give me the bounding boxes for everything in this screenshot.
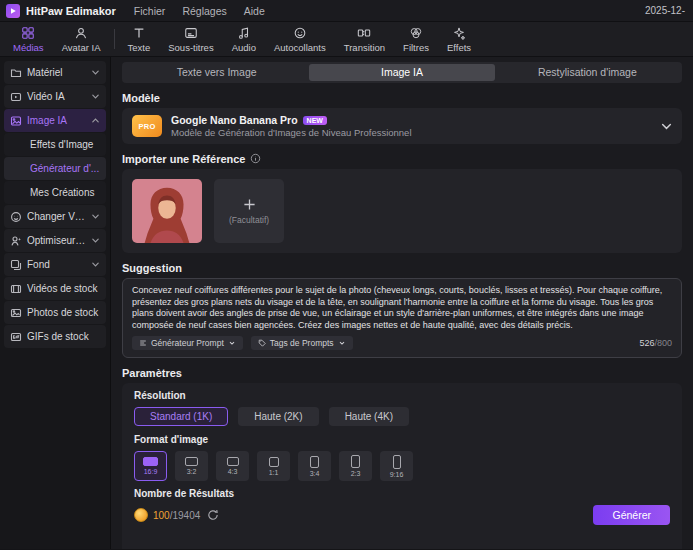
model-description: Modèle de Génération d'Images de Niveau … bbox=[171, 127, 412, 138]
sidebar-item-photos-stock[interactable]: Photos de stock bbox=[4, 301, 106, 324]
toolbar-audio[interactable]: Audio bbox=[223, 22, 265, 56]
toolbar-label: Médias bbox=[13, 42, 44, 53]
toolbar-sous-titres[interactable]: Sous-titres bbox=[159, 22, 222, 56]
toolbar-texte[interactable]: Texte bbox=[119, 22, 160, 56]
video-icon bbox=[10, 91, 22, 103]
toolbar-label: Sous-titres bbox=[168, 42, 213, 53]
info-icon[interactable] bbox=[250, 153, 261, 164]
sidebar-item-label: Vidéo IA bbox=[27, 91, 86, 102]
sidebar-item-changer-visage[interactable]: Changer Visa... bbox=[4, 205, 106, 228]
tab-restylisation[interactable]: Restylisation d'image bbox=[495, 64, 680, 81]
sidebar-item-video-ia[interactable]: Vidéo IA bbox=[4, 85, 106, 108]
sidebar-item-image-ia[interactable]: Image IA bbox=[4, 109, 106, 132]
filters-icon bbox=[409, 26, 423, 40]
sidebar-item-mes-creations[interactable]: Mes Créations bbox=[4, 181, 106, 204]
ratio-4-3-icon bbox=[227, 457, 239, 466]
sidebar-item-optimiseur-visage[interactable]: Optimiseur Vi... bbox=[4, 229, 106, 252]
sidebar-item-label: Optimiseur Vi... bbox=[27, 235, 86, 246]
sidebar-item-label: Générateur d'... bbox=[30, 163, 100, 174]
content: Matériel Vidéo IA Image IA Effets d'Imag… bbox=[0, 57, 693, 549]
format-3-4[interactable]: 3:4 bbox=[298, 451, 331, 481]
resolution-label: Résolution bbox=[134, 390, 670, 402]
effects-icon bbox=[452, 26, 466, 40]
sidebar-item-videos-stock[interactable]: Vidéos de stock bbox=[4, 277, 106, 300]
sidebar-item-gifs-stock[interactable]: GIFs de stock bbox=[4, 325, 106, 348]
chevron-down-icon[interactable] bbox=[661, 121, 672, 132]
resolution-haute-4k[interactable]: Haute (4K) bbox=[329, 407, 409, 426]
folder-icon bbox=[10, 67, 22, 79]
generate-button[interactable]: Générer bbox=[593, 505, 670, 525]
model-pro-icon: PRO bbox=[132, 115, 162, 137]
sidebar-item-materiel[interactable]: Matériel bbox=[4, 61, 106, 84]
credits-counter: 100/19404 bbox=[153, 510, 200, 521]
sticker-icon bbox=[293, 26, 307, 40]
background-icon bbox=[10, 259, 22, 271]
toolbar-label: Filtres bbox=[403, 42, 429, 53]
sidebar-item-label: Vidéos de stock bbox=[27, 283, 100, 294]
ratio-1-1-icon bbox=[269, 457, 279, 467]
add-reference-button[interactable]: (Facultatif) bbox=[214, 179, 284, 243]
reference-thumbnail[interactable] bbox=[132, 179, 202, 243]
parameters-section-label-text: Paramètres bbox=[122, 367, 182, 379]
media-grid-icon bbox=[21, 26, 35, 40]
menu-reglages[interactable]: Réglages bbox=[182, 5, 226, 17]
format-1-1[interactable]: 1:1 bbox=[257, 451, 290, 481]
chevron-down-icon bbox=[91, 260, 100, 269]
toolbar-label: Transition bbox=[344, 42, 385, 53]
format-options: 16:9 3:2 4:3 1:1 bbox=[134, 451, 670, 481]
credits-total: /19404 bbox=[170, 510, 201, 521]
toolbar-divider bbox=[114, 29, 115, 49]
format-label-text: 3:2 bbox=[187, 468, 197, 475]
sidebar-item-label: Image IA bbox=[27, 115, 86, 126]
format-2-3[interactable]: 2:3 bbox=[339, 451, 372, 481]
toolbar-effets[interactable]: Effets bbox=[438, 22, 480, 56]
prompt-textarea[interactable]: Concevez neuf coiffures différentes pour… bbox=[132, 285, 672, 331]
reference-portrait-image bbox=[132, 179, 202, 243]
sidebar-item-label: Matériel bbox=[27, 67, 86, 78]
subtitles-icon bbox=[184, 26, 198, 40]
tab-image-ia[interactable]: Image IA bbox=[309, 64, 494, 81]
credit-coin-icon bbox=[134, 508, 148, 522]
date-display: 2025-12- bbox=[645, 5, 685, 16]
chevron-down-icon bbox=[91, 68, 100, 77]
stock-photo-icon bbox=[10, 307, 22, 319]
results-label: Nombre de Résultats bbox=[134, 488, 670, 500]
chevron-down-icon bbox=[91, 236, 100, 245]
tab-texte-vers-image[interactable]: Texte vers Image bbox=[124, 64, 309, 81]
toolbar-transition[interactable]: Transition bbox=[335, 22, 394, 56]
mode-tabs: Texte vers Image Image IA Restylisation … bbox=[122, 62, 682, 83]
sidebar-item-label: Fond bbox=[27, 259, 86, 270]
format-4-3[interactable]: 4:3 bbox=[216, 451, 249, 481]
parameters-section-label: Paramètres bbox=[122, 366, 682, 379]
toolbar-avatar-ia[interactable]: Avatar IA bbox=[53, 22, 110, 56]
format-16-9[interactable]: 16:9 bbox=[134, 451, 167, 481]
menu-aide[interactable]: Aide bbox=[244, 5, 265, 17]
refresh-icon[interactable] bbox=[207, 509, 219, 521]
toolbar-label: Audio bbox=[232, 42, 256, 53]
format-9-16[interactable]: 9:16 bbox=[380, 451, 413, 481]
format-label-text: 3:4 bbox=[310, 470, 320, 477]
resolution-standard-1k[interactable]: Standard (1K) bbox=[134, 407, 228, 426]
sidebar-item-fond[interactable]: Fond bbox=[4, 253, 106, 276]
text-icon bbox=[132, 26, 146, 40]
face-swap-icon bbox=[10, 211, 22, 223]
toolbar-filtres[interactable]: Filtres bbox=[394, 22, 438, 56]
toolbar-label: Texte bbox=[128, 42, 151, 53]
chevron-down-icon bbox=[91, 212, 100, 221]
menu-fichier[interactable]: Fichier bbox=[134, 5, 166, 17]
sidebar-item-effets-image[interactable]: Effets d'Image bbox=[4, 133, 106, 156]
format-3-2[interactable]: 3:2 bbox=[175, 451, 208, 481]
model-selector[interactable]: PRO Google Nano Banana Pro NEW Modèle de… bbox=[122, 108, 682, 144]
resolution-haute-2k[interactable]: Haute (2K) bbox=[238, 407, 318, 426]
toolbar-autocollants[interactable]: Autocollants bbox=[265, 22, 335, 56]
audio-icon bbox=[237, 26, 251, 40]
sidebar-item-generateur[interactable]: Générateur d'... bbox=[4, 157, 106, 180]
results-row: 100/19404 Générer bbox=[134, 505, 670, 525]
toolbar-medias[interactable]: Médias bbox=[4, 22, 53, 56]
plus-icon bbox=[243, 198, 256, 211]
suggestion-section-label-text: Suggestion bbox=[122, 262, 182, 274]
prompt-tags-button[interactable]: Tags de Prompts bbox=[251, 336, 353, 350]
prompt-generator-button[interactable]: Générateur Prompt bbox=[132, 336, 243, 350]
chevron-down-icon bbox=[91, 92, 100, 101]
credits-current: 100 bbox=[153, 510, 170, 521]
